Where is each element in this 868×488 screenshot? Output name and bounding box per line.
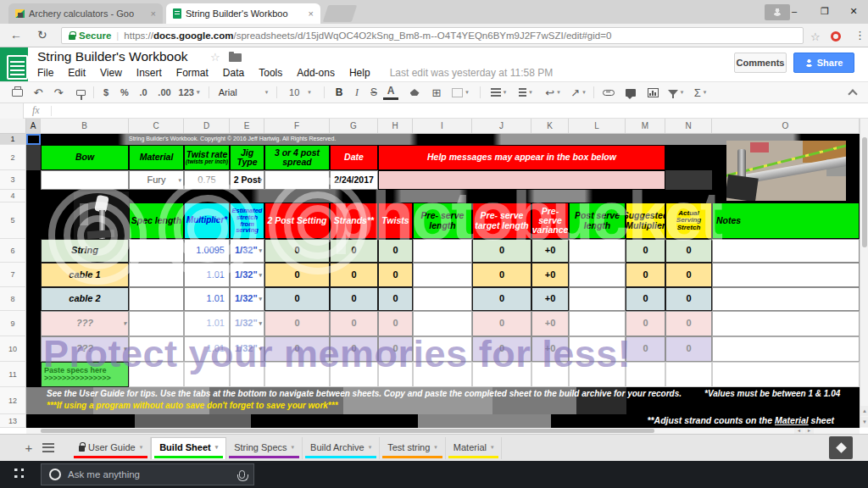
cell-I10[interactable] [413, 336, 472, 362]
cell-H10[interactable]: 0 [378, 336, 413, 362]
cell-K9[interactable]: +0 [531, 311, 569, 336]
cell-H6[interactable]: 0 [378, 239, 413, 263]
cell-N8[interactable]: 0 [665, 287, 712, 311]
cell-K6[interactable]: +0 [531, 239, 569, 263]
microphone-icon[interactable] [239, 470, 245, 479]
dropdown-arrow-icon[interactable]: ▾ [178, 177, 181, 183]
cell-L11[interactable] [569, 362, 626, 387]
cell-K8[interactable]: +0 [531, 287, 569, 311]
cell-A10[interactable] [26, 336, 41, 362]
dropdown-arrow-icon[interactable]: ▾ [259, 320, 262, 326]
cell-G2[interactable]: Date [330, 145, 378, 170]
cell-C8[interactable] [129, 287, 184, 311]
cell-L9[interactable] [569, 311, 626, 336]
cell-L5[interactable]: Post serve length [569, 202, 626, 239]
cell-B2[interactable]: Bow [41, 145, 129, 170]
start-button[interactable] [12, 469, 24, 480]
cell-B9[interactable]: ???▾ [41, 311, 129, 336]
cell-J5[interactable]: Pre- serve target length [472, 202, 531, 239]
horizontal-scrollbar[interactable]: ◂ ▸ [26, 428, 860, 434]
cell-N5[interactable]: Actual Serving Stretch [665, 202, 712, 239]
cell-O11[interactable] [712, 362, 860, 387]
cell-F5[interactable]: 2 Post Setting [264, 202, 330, 239]
cell-I8[interactable] [413, 287, 472, 311]
cell-F9[interactable]: 0 [264, 311, 330, 336]
cell-H9[interactable]: 0 [378, 311, 413, 336]
scroll-left-button[interactable]: ◂ [794, 428, 804, 434]
cell-B6[interactable]: String [41, 239, 129, 263]
cell-A7[interactable] [26, 263, 41, 287]
cell-L8[interactable] [569, 287, 626, 311]
cell-E2[interactable]: Jig Type [230, 145, 264, 170]
cell-K5[interactable]: Pre- serve variance [531, 202, 569, 239]
cell-B10[interactable]: ???▾ [41, 336, 129, 362]
dropdown-arrow-icon[interactable]: ▾ [123, 320, 126, 326]
cell-O6[interactable] [712, 239, 860, 263]
cell-M8[interactable]: 0 [626, 287, 665, 311]
cell-D11[interactable] [184, 362, 230, 387]
scroll-up-button[interactable]: ▲ [860, 406, 868, 416]
cell-H2[interactable]: Help messages may appear in the box belo… [378, 145, 665, 170]
cell-F2[interactable]: 3 or 4 post spread [264, 145, 330, 170]
cell-A8[interactable] [26, 287, 41, 311]
cell-L6[interactable] [569, 239, 626, 263]
cell-G8[interactable]: 0 [330, 287, 378, 311]
cell-J7[interactable]: 0 [472, 263, 531, 287]
vertical-scrollbar[interactable]: ▲ ▼ [860, 119, 868, 428]
cell-N6[interactable]: 0 [665, 239, 712, 263]
cell-I7[interactable] [413, 263, 472, 287]
cell-L10[interactable] [569, 336, 626, 362]
cell-M10[interactable]: 0 [626, 336, 665, 362]
cell-E7[interactable]: 1/32"▾ [230, 263, 264, 287]
cell-N7[interactable]: 0 [665, 263, 712, 287]
cell-H5[interactable]: Twists [378, 202, 413, 239]
cell-N10[interactable]: 0 [665, 336, 712, 362]
cell-D6[interactable]: 1.0095 [184, 239, 230, 263]
scroll-down-button[interactable]: ▼ [860, 417, 868, 427]
cell-O10[interactable] [712, 336, 860, 362]
cell-G11[interactable] [330, 362, 378, 387]
horizontal-scrollbar-thumb[interactable] [41, 429, 654, 433]
cell-G3[interactable]: 2/24/2017 [330, 170, 378, 190]
cell-F3[interactable] [264, 170, 330, 190]
cell-N3[interactable] [665, 170, 712, 190]
cell-H3[interactable] [378, 170, 665, 190]
cell-D2[interactable]: Twist rate(twists per inch) [184, 145, 230, 170]
cell-A11[interactable] [26, 362, 41, 387]
cell-J8[interactable]: 0 [472, 287, 531, 311]
cell-N11[interactable] [665, 362, 712, 387]
dropdown-arrow-icon[interactable]: ▾ [259, 272, 262, 278]
cell-A9[interactable] [26, 311, 41, 336]
cell-O7[interactable] [712, 263, 860, 287]
cell-L7[interactable] [569, 263, 626, 287]
cell-G7[interactable]: 0 [330, 263, 378, 287]
cell-D5[interactable]: Multiplier* [184, 202, 230, 239]
cell-O8[interactable] [712, 287, 860, 311]
cell-G9[interactable]: 0 [330, 311, 378, 336]
cell-C11[interactable] [129, 362, 184, 387]
cell-N2[interactable] [665, 145, 712, 170]
cell-N9[interactable]: 0 [665, 311, 712, 336]
cell-E10[interactable]: 1/32"▾ [230, 336, 264, 362]
cell-C6[interactable] [129, 239, 184, 263]
cell-B8[interactable]: cable 2 [41, 287, 129, 311]
cell-H8[interactable]: 0 [378, 287, 413, 311]
cell-J11[interactable] [472, 362, 531, 387]
cell-J10[interactable]: 0 [472, 336, 531, 362]
cell-F6[interactable]: 0 [264, 239, 330, 263]
cell-E11[interactable] [230, 362, 264, 387]
cell-C2[interactable]: Material [129, 145, 184, 170]
cell-E8[interactable]: 1/32"▾ [230, 287, 264, 311]
cell-K11[interactable] [531, 362, 569, 387]
cell-G10[interactable]: 0 [330, 336, 378, 362]
cell-B7[interactable]: cable 1 [41, 263, 129, 287]
dropdown-arrow-icon[interactable]: ▾ [259, 346, 262, 352]
cell-J9[interactable]: 0 [472, 311, 531, 336]
cell-D10[interactable]: 1.01 [184, 336, 230, 362]
cell-K10[interactable]: +0 [531, 336, 569, 362]
cell-D3[interactable]: 0.75 [184, 170, 230, 190]
cell-F7[interactable]: 0 [264, 263, 330, 287]
cell-A2[interactable] [26, 145, 41, 170]
cortana-search-box[interactable]: Ask me anything [41, 463, 254, 485]
cell-E3[interactable]: 2 Post▾ [230, 170, 264, 190]
